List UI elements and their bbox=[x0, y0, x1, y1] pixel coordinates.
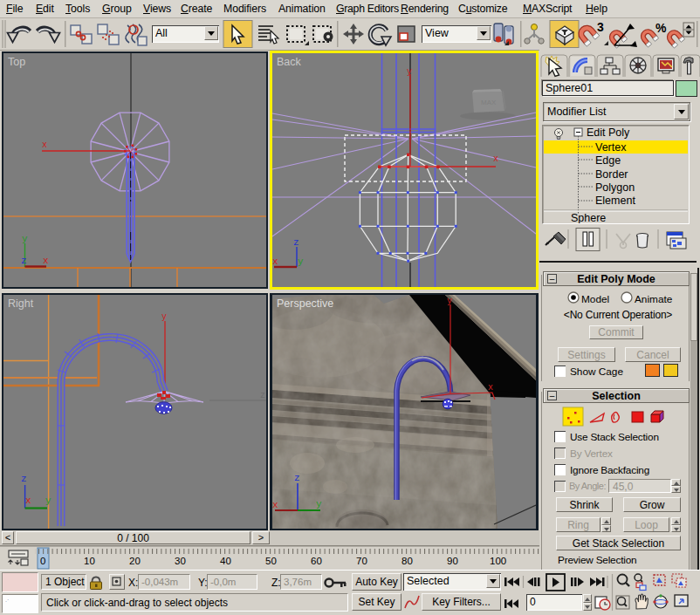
svg-text:Edge: Edge bbox=[595, 154, 621, 167]
svg-text:y: y bbox=[22, 234, 28, 244]
svg-text:y: y bbox=[161, 312, 167, 322]
svg-text:y: y bbox=[447, 297, 452, 306]
svg-text:x: x bbox=[25, 495, 31, 506]
svg-text:z: z bbox=[21, 474, 27, 484]
svg-text:3: 3 bbox=[597, 20, 604, 34]
svg-text:80: 80 bbox=[401, 556, 413, 566]
svg-text:70: 70 bbox=[356, 556, 367, 566]
svg-text:%: % bbox=[655, 21, 667, 35]
svg-text:Element: Element bbox=[595, 195, 635, 207]
svg-text:40: 40 bbox=[220, 556, 231, 566]
svg-text:z: z bbox=[21, 256, 27, 266]
svg-text:100: 100 bbox=[490, 556, 506, 566]
svg-text:x: x bbox=[488, 383, 493, 393]
svg-text:y: y bbox=[298, 256, 304, 267]
svg-text:Right: Right bbox=[8, 297, 34, 310]
svg-text:x: x bbox=[43, 256, 49, 266]
svg-text:10: 10 bbox=[84, 556, 95, 566]
svg-text:Polygon: Polygon bbox=[595, 181, 635, 194]
svg-text:x: x bbox=[272, 500, 278, 510]
svg-text:MAX: MAX bbox=[481, 99, 497, 106]
svg-text:y: y bbox=[407, 67, 412, 77]
svg-text:x: x bbox=[493, 154, 498, 164]
svg-text:0: 0 bbox=[40, 556, 45, 566]
svg-text:z: z bbox=[260, 391, 265, 400]
svg-text:y: y bbox=[316, 499, 322, 509]
svg-text:90: 90 bbox=[447, 556, 458, 566]
svg-text:Top: Top bbox=[8, 56, 25, 68]
svg-text:20: 20 bbox=[129, 556, 141, 566]
svg-text:x: x bbox=[42, 140, 47, 150]
svg-text:z: z bbox=[294, 473, 300, 483]
svg-text:Border: Border bbox=[595, 168, 628, 181]
svg-text:Vertex: Vertex bbox=[595, 141, 627, 154]
svg-text:30: 30 bbox=[175, 556, 186, 566]
svg-text:x: x bbox=[272, 256, 278, 267]
svg-text:Back: Back bbox=[277, 56, 302, 68]
svg-text:50: 50 bbox=[265, 556, 277, 566]
svg-text:Perspective: Perspective bbox=[277, 297, 333, 310]
svg-text:60: 60 bbox=[311, 556, 322, 566]
svg-text:z: z bbox=[293, 237, 299, 248]
svg-text:Edit Poly: Edit Poly bbox=[587, 126, 630, 139]
svg-text:y: y bbox=[45, 495, 51, 506]
svg-text:Sphere: Sphere bbox=[571, 212, 606, 223]
